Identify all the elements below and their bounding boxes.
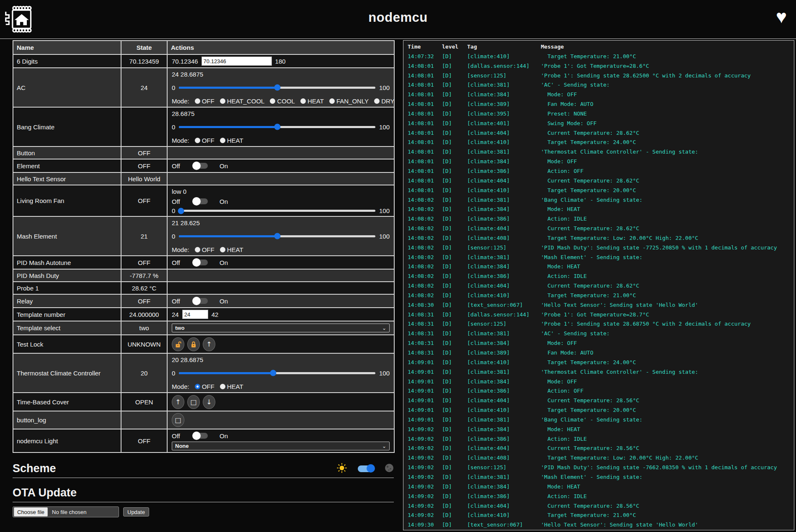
cover-open-button[interactable]: ↑ [172, 395, 184, 409]
toggle-switch[interactable] [194, 198, 208, 204]
cover-close-button[interactable]: ↓ [203, 395, 215, 409]
column-header-state: State [121, 41, 167, 54]
table-row: Bang Climate 28.6875 0 100 Mode: OF [13, 107, 394, 146]
log-entry: 14:09:02[D][sensor:125]'PID Mash Duty': … [408, 463, 794, 473]
scheme-title: Scheme [13, 462, 56, 475]
up-arrow-icon: ↑ [206, 340, 212, 348]
target-temperature-slider[interactable] [179, 235, 375, 237]
mode-radio-heat[interactable] [220, 138, 225, 143]
number-input[interactable] [182, 310, 208, 319]
toggle-off-label: Off [172, 259, 194, 266]
select-dropdown[interactable]: two ⌄ [172, 324, 390, 332]
table-row: Test Lock UNKNOWN [13, 335, 394, 353]
column-header-name: Name [13, 41, 121, 54]
log-entry: 14:09:02[D][climate:386] Action: IDLE [408, 492, 794, 501]
mode-radio-off[interactable] [195, 247, 200, 252]
toggle-on-label: On [220, 259, 228, 266]
mode-radio-heat[interactable] [300, 98, 306, 104]
log-entry: 14:08:01[D][climate:389] Fan Mode: AUTO [408, 100, 794, 109]
file-input[interactable]: Choose file No file chosen [13, 506, 119, 517]
heart-icon[interactable]: ♥ [776, 8, 787, 26]
target-temperature-slider[interactable] [179, 87, 375, 89]
log-panel[interactable]: Time level Tag Message 14:07:32[D][clima… [403, 40, 794, 530]
mode-radio-off-selected[interactable] [195, 384, 200, 389]
log-entry: 14:09:02[D][climate:384] Mode: HEAT [408, 425, 794, 434]
mode-radio-heat[interactable] [220, 247, 225, 252]
no-file-chosen-text: No file chosen [52, 509, 86, 515]
table-row: 6 Digits 70.123459 70.12346 180 [13, 54, 394, 68]
scheme-toggle[interactable] [358, 465, 374, 472]
entity-name: Button [13, 146, 121, 159]
log-entry: 14:09:01[D][climate:381]'Bang Climate' -… [408, 415, 794, 425]
slider-thumb[interactable] [274, 233, 280, 239]
toggle-off-label: Off [172, 432, 194, 439]
slider-thumb[interactable] [178, 208, 184, 214]
log-column-level: level [442, 42, 467, 52]
entity-state: OFF [121, 146, 167, 159]
unlock-button[interactable] [172, 337, 184, 351]
toggle-switch[interactable] [194, 163, 208, 169]
mode-radio-fan-only[interactable] [329, 98, 335, 104]
light-effect-select[interactable]: None ⌄ [172, 442, 390, 450]
log-entry: 14:08:31[D][climate:384] Mode: OFF [408, 339, 794, 348]
mode-radio-off[interactable] [195, 98, 200, 104]
log-entry: 14:09:01[D][climate:386] Action: OFF [408, 386, 794, 396]
main-content: Name State Actions 6 Digits 70.123459 70… [13, 40, 394, 517]
table-row: Template number 24.000000 24 42 [13, 308, 394, 321]
entity-state [121, 411, 167, 429]
toggle-switch[interactable] [194, 298, 208, 304]
mode-radio-dry[interactable] [374, 98, 380, 104]
page-title: nodemcu [0, 10, 796, 25]
log-entry: 14:09:02[D][climate:410] Target Temperat… [408, 511, 794, 520]
entity-state: OPEN [121, 393, 167, 411]
open-button[interactable]: ↑ [203, 337, 215, 351]
stop-square-icon: □ [190, 398, 196, 406]
log-entry: 14:08:02[D][climate:386] Action: IDLE [408, 272, 794, 281]
slider-thumb[interactable] [274, 124, 280, 130]
moon-icon [385, 463, 394, 474]
down-arrow-icon: ↓ [206, 398, 212, 406]
up-arrow-icon: ↑ [175, 398, 181, 406]
fan-speed-slider[interactable] [179, 210, 375, 212]
mode-radio-heat[interactable] [220, 384, 225, 389]
log-entry: 14:08:01[D][climate:381]'Thermostat Clim… [408, 147, 794, 157]
mode-radio-cool[interactable] [270, 98, 275, 104]
lock-button[interactable] [187, 337, 200, 351]
entity-name: Living Room Fan [13, 185, 121, 216]
cover-stop-button[interactable]: □ [187, 395, 200, 409]
climate-values: 24 28.6875 [172, 70, 390, 78]
ota-title: OTA Update [13, 486, 394, 499]
toggle-switch[interactable] [194, 433, 208, 439]
target-temperature-slider[interactable] [179, 372, 375, 374]
log-entry: 14:08:02[D][climate:410] Target Temperat… [408, 291, 794, 301]
toggle-switch[interactable] [194, 260, 208, 265]
log-entry: 14:08:01[D][climate:395] Preset: NONE [408, 109, 794, 119]
number-max: 42 [212, 311, 219, 318]
mode-radio-heat-cool[interactable] [220, 98, 225, 104]
log-entry: 14:08:02[D][climate:404] Current Tempera… [408, 281, 794, 291]
log-column-time: Time [408, 42, 442, 52]
climate-values: 21 28.625 [172, 218, 390, 227]
entity-name: PID Mash Duty [13, 269, 121, 282]
table-row: Button OFF [13, 146, 394, 159]
number-min: 70.12346 [172, 58, 198, 65]
toggle-off-label: Off [172, 298, 194, 305]
mode-radio-off[interactable] [195, 138, 200, 143]
entity-state: OFF [121, 429, 167, 452]
ota-section: OTA Update Choose file No file chosen Up… [13, 486, 394, 517]
update-button[interactable]: Update [123, 507, 149, 517]
target-temperature-slider[interactable] [179, 126, 375, 128]
number-input[interactable] [202, 57, 272, 66]
entity-name: button_log [13, 411, 121, 429]
table-header-row: Name State Actions [13, 41, 394, 54]
press-button[interactable]: □ [172, 413, 184, 427]
log-entry: 14:08:02[D][climate:384] Mode: HEAT [408, 262, 794, 272]
toggle-on-label: On [220, 432, 228, 439]
slider-thumb[interactable] [274, 85, 280, 91]
table-row: Template select two two ⌄ [13, 321, 394, 335]
entity-name: Time-Based Cover [13, 393, 121, 411]
slider-thumb[interactable] [270, 370, 277, 376]
table-row: Element OFF Off On [13, 159, 394, 172]
sun-icon [337, 463, 347, 475]
choose-file-button[interactable]: Choose file [14, 507, 48, 517]
